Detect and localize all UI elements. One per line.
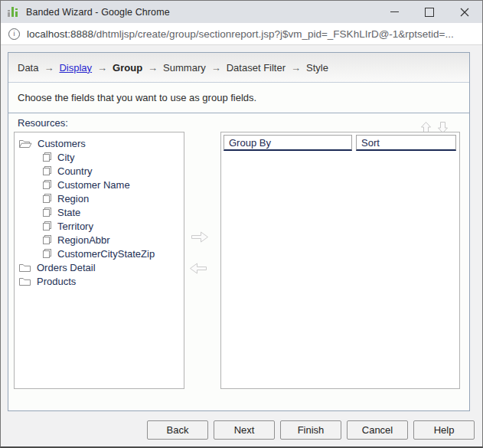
resources-tree: CustomersCityCountryCustomer NameRegionS… bbox=[14, 132, 184, 389]
step-group: Group bbox=[113, 62, 142, 74]
app-logo-icon bbox=[7, 6, 19, 18]
tree-field-label: RegionAbbr bbox=[57, 234, 110, 246]
tree-node-products[interactable]: Products bbox=[15, 274, 184, 288]
column-header-group-by: Group By bbox=[224, 135, 352, 151]
step-arrow-icon: → bbox=[97, 62, 107, 74]
group-by-panel: Group BySort bbox=[220, 132, 460, 389]
folder-closed-icon bbox=[18, 263, 31, 273]
tree-node-label: Customers bbox=[38, 138, 86, 149]
group-table-header: Group BySort bbox=[224, 135, 457, 151]
tree-field-label: Country bbox=[57, 165, 93, 177]
field-icon bbox=[42, 207, 52, 217]
address-bar[interactable]: i localhost:8888/dhtmljsp/create/group/s… bbox=[1, 23, 482, 45]
tree-field-territory[interactable]: Territory bbox=[15, 219, 184, 233]
tree-field-customer-name[interactable]: Customer Name bbox=[15, 178, 184, 191]
title-bar: Banded Wizard - Google Chrome bbox=[1, 1, 482, 23]
back-button[interactable]: Back bbox=[147, 420, 208, 440]
url-host: localhost:8888 bbox=[27, 28, 93, 40]
tree-field-label: CustomerCityStateZip bbox=[57, 248, 155, 260]
button-bar: BackNextFinishCancelHelp bbox=[147, 420, 475, 440]
folder-closed-icon bbox=[18, 276, 31, 286]
tree-field-label: City bbox=[57, 152, 74, 163]
left-arrow-icon bbox=[189, 261, 207, 276]
tree-field-label: Region bbox=[57, 193, 89, 204]
remove-field-button[interactable] bbox=[189, 261, 207, 276]
tree-node-label: Products bbox=[37, 276, 76, 287]
tree-field-regionabbr[interactable]: RegionAbbr bbox=[15, 233, 184, 247]
step-arrow-icon: → bbox=[211, 62, 221, 74]
maximize-button[interactable] bbox=[412, 1, 447, 23]
minimize-button[interactable] bbox=[377, 1, 412, 23]
column-header-sort: Sort bbox=[356, 135, 456, 151]
wizard-body: Resources: CustomersCityCountryCustomer … bbox=[8, 113, 469, 410]
finish-button[interactable]: Finish bbox=[280, 420, 341, 440]
instruction-text: Choose the fields that you want to use a… bbox=[8, 83, 469, 113]
step-arrow-icon: → bbox=[291, 62, 301, 74]
tree-field-state[interactable]: State bbox=[15, 205, 184, 219]
field-icon bbox=[42, 248, 52, 259]
field-icon bbox=[42, 193, 52, 204]
folder-open-icon bbox=[18, 139, 32, 149]
tree-node-label: Orders Detail bbox=[37, 262, 96, 273]
group-table-rows bbox=[224, 151, 457, 381]
wizard-steps: Data→Display→Group→Summary→Dataset Filte… bbox=[8, 53, 469, 83]
step-arrow-icon: → bbox=[44, 62, 54, 74]
minimize-icon bbox=[390, 11, 399, 12]
window-title: Banded Wizard - Google Chrome bbox=[26, 7, 170, 18]
maximize-icon bbox=[425, 8, 434, 17]
cancel-button[interactable]: Cancel bbox=[347, 420, 408, 440]
resources-label: Resources: bbox=[18, 117, 68, 129]
step-arrow-icon: → bbox=[148, 62, 158, 74]
step-summary: Summary bbox=[163, 62, 206, 74]
step-style: Style bbox=[306, 62, 328, 74]
step-display[interactable]: Display bbox=[59, 62, 92, 74]
step-dataset-filter: Dataset Filter bbox=[227, 62, 286, 74]
tree-field-label: Territory bbox=[57, 221, 93, 232]
field-icon bbox=[42, 234, 52, 245]
field-icon bbox=[42, 152, 52, 162]
tree-node-orders-detail[interactable]: Orders Detail bbox=[15, 260, 184, 274]
browser-window: Banded Wizard - Google Chrome i localhos… bbox=[0, 0, 483, 448]
tree-field-label: Customer Name bbox=[57, 179, 130, 191]
window-controls bbox=[377, 1, 482, 23]
tree-field-country[interactable]: Country bbox=[15, 164, 184, 178]
page-background: Data→Display→Group→Summary→Dataset Filte… bbox=[1, 45, 482, 446]
tree-field-region[interactable]: Region bbox=[15, 191, 184, 205]
field-icon bbox=[42, 221, 52, 231]
step-data: Data bbox=[18, 62, 38, 74]
url-path: /dhtmljsp/create/group/sectionreport.jsp… bbox=[93, 28, 454, 40]
wizard-dialog: Data→Display→Group→Summary→Dataset Filte… bbox=[8, 52, 470, 411]
info-icon[interactable]: i bbox=[8, 28, 20, 40]
next-button[interactable]: Next bbox=[214, 420, 275, 440]
close-icon bbox=[460, 8, 469, 17]
url-text: localhost:8888/dhtmljsp/create/group/sec… bbox=[27, 28, 454, 40]
tree-field-label: State bbox=[57, 207, 80, 218]
tree-field-customercitystatezip[interactable]: CustomerCityStateZip bbox=[15, 247, 184, 260]
add-field-button[interactable] bbox=[191, 230, 209, 244]
close-button[interactable] bbox=[447, 1, 482, 23]
help-button[interactable]: Help bbox=[413, 420, 475, 440]
tree-field-city[interactable]: City bbox=[15, 150, 184, 164]
field-icon bbox=[42, 179, 52, 190]
field-icon bbox=[42, 165, 52, 176]
tree-node-customers[interactable]: Customers bbox=[15, 136, 184, 150]
right-arrow-icon bbox=[191, 230, 209, 244]
